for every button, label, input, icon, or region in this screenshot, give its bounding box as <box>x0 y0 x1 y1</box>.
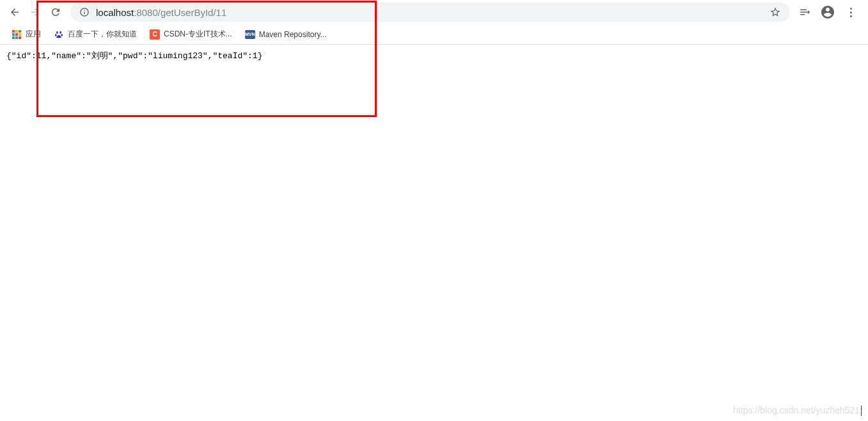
kebab-menu-icon <box>850 8 852 17</box>
arrow-right-icon <box>29 6 41 18</box>
user-avatar-icon <box>820 4 835 20</box>
bookmarks-bar: 应用 百度一下，你就知道 C CSDN-专业IT技术... MVN Maven … <box>0 24 868 45</box>
url-text: localhost:8080/getUserById/11 <box>96 7 763 18</box>
url-path: :8080/getUserById/11 <box>134 7 226 18</box>
reload-icon <box>50 6 61 18</box>
forward-button <box>26 3 45 22</box>
menu-button[interactable] <box>841 3 860 22</box>
apps-shortcut[interactable]: 应用 <box>6 26 46 42</box>
apps-grid-icon <box>12 29 22 40</box>
bookmark-baidu[interactable]: 百度一下，你就知道 <box>49 26 142 42</box>
address-bar[interactable]: localhost:8080/getUserById/11 <box>70 3 790 22</box>
reading-list-icon <box>799 6 810 18</box>
watermark-text: https://blog.csdn.net/yuzheh521 <box>733 405 862 416</box>
profile-button[interactable] <box>818 3 837 22</box>
maven-icon: MVN <box>245 30 255 39</box>
page-body-json: {"id":11,"name":"刘明","pwd":"liuming123",… <box>0 45 868 67</box>
baidu-icon <box>54 29 64 40</box>
browser-toolbar: localhost:8080/getUserById/11 <box>0 0 868 24</box>
csdn-icon: C <box>150 29 160 40</box>
back-button[interactable] <box>5 3 24 22</box>
arrow-left-icon <box>9 6 20 18</box>
reading-list-button[interactable] <box>795 3 814 22</box>
url-host: localhost <box>96 7 134 18</box>
reload-button[interactable] <box>46 3 65 22</box>
bookmark-csdn[interactable]: C CSDN-专业IT技术... <box>145 26 237 42</box>
bookmark-star-button[interactable] <box>769 6 781 18</box>
apps-label: 应用 <box>26 29 41 40</box>
bookmark-label: CSDN-专业IT技术... <box>164 29 232 40</box>
bookmark-maven[interactable]: MVN Maven Repository... <box>240 28 332 42</box>
bookmark-label: 百度一下，你就知道 <box>68 29 137 40</box>
site-info-icon[interactable] <box>79 7 90 17</box>
bookmark-label: Maven Repository... <box>259 30 327 39</box>
toolbar-right-controls <box>795 3 863 22</box>
star-icon <box>769 6 781 18</box>
